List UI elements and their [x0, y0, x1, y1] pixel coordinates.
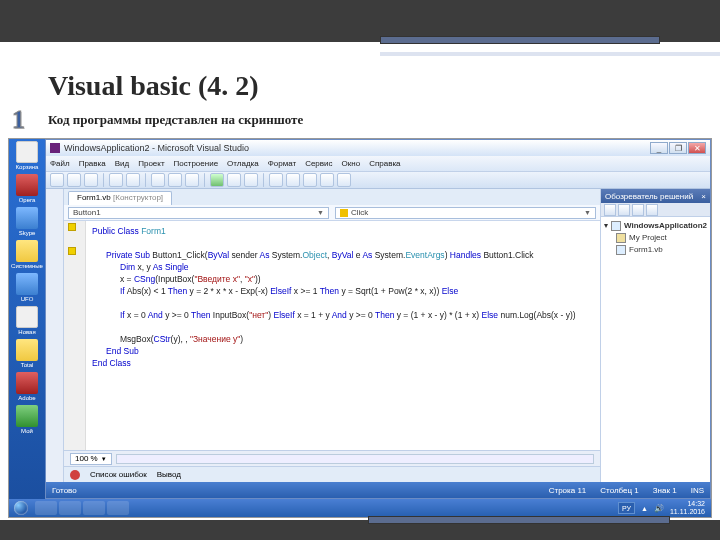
start-button[interactable]: [9, 499, 33, 517]
minimize-button[interactable]: _: [650, 142, 668, 154]
vs-logo-icon: [50, 143, 60, 153]
menu-item[interactable]: Формат: [268, 159, 296, 168]
toolbar-button[interactable]: [109, 173, 123, 187]
tree-node[interactable]: My Project: [604, 232, 707, 244]
close-icon[interactable]: ×: [701, 192, 706, 201]
desktop-icon[interactable]: Системные: [13, 240, 41, 269]
toolbar-button[interactable]: [84, 173, 98, 187]
slide-number: 1: [12, 105, 25, 135]
toolbar-button[interactable]: [126, 173, 140, 187]
error-icon: [70, 470, 80, 480]
solution-tree[interactable]: ▾WindowsApplication2 My Project Form1.vb: [601, 217, 710, 482]
status-line: Строка 11: [549, 486, 587, 495]
tab-errorlist[interactable]: Список ошибок: [90, 470, 147, 479]
close-button[interactable]: ✕: [688, 142, 706, 154]
desktop-icon[interactable]: UFO: [13, 273, 41, 302]
tray-icon[interactable]: ▲: [641, 505, 648, 512]
desktop-icon[interactable]: Total: [13, 339, 41, 368]
maximize-button[interactable]: ❐: [669, 142, 687, 154]
menu-bar: Файл Правка Вид Проект Построение Отладк…: [46, 156, 710, 171]
toolbar-button[interactable]: [320, 173, 334, 187]
windows-taskbar: РУ ▲ 🔊 14:32 11.11.2016: [9, 499, 711, 517]
run-button[interactable]: [210, 173, 224, 187]
menu-item[interactable]: Вид: [115, 159, 129, 168]
menu-item[interactable]: Отладка: [227, 159, 259, 168]
chevron-down-icon: ▼: [101, 456, 107, 462]
menu-item[interactable]: Справка: [369, 159, 400, 168]
menu-item[interactable]: Файл: [50, 159, 70, 168]
toolbar-button[interactable]: [286, 173, 300, 187]
visual-studio-window: WindowsApplication2 - Microsoft Visual S…: [45, 139, 711, 499]
toolbar-button[interactable]: [227, 173, 241, 187]
opera-icon: [16, 174, 38, 196]
slide-subtitle: Код программы представлен на скриншоте: [48, 112, 303, 128]
panel-title[interactable]: Обозреватель решений×: [601, 189, 710, 203]
screenshot-container: Корзина Opera Skype Системные UFO Новая …: [8, 138, 712, 518]
chevron-down-icon: ▼: [317, 209, 324, 216]
expand-icon[interactable]: ▾: [604, 220, 608, 232]
clock[interactable]: 14:32 11.11.2016: [670, 500, 705, 516]
tree-node[interactable]: Form1.vb: [604, 244, 707, 256]
horizontal-scrollbar[interactable]: [116, 454, 594, 464]
collapse-marker-icon[interactable]: [68, 223, 76, 231]
tree-node-root[interactable]: ▾WindowsApplication2: [604, 220, 707, 232]
desktop-icons-column: Корзина Opera Skype Системные UFO Новая …: [9, 139, 45, 499]
menu-item[interactable]: Проект: [138, 159, 164, 168]
method-selector[interactable]: Click▼: [335, 207, 596, 219]
lightning-icon: [340, 209, 348, 217]
tab-output[interactable]: Вывод: [157, 470, 181, 479]
window-titlebar[interactable]: WindowsApplication2 - Microsoft Visual S…: [46, 140, 710, 156]
status-ready: Готово: [52, 486, 77, 495]
toolbar-button[interactable]: [67, 173, 81, 187]
panel-button[interactable]: [646, 204, 658, 216]
panel-button[interactable]: [632, 204, 644, 216]
folder-icon: [16, 306, 38, 328]
desktop-icon[interactable]: Новая: [13, 306, 41, 335]
menu-item[interactable]: Правка: [79, 159, 106, 168]
toolbar-button[interactable]: [50, 173, 64, 187]
totalcmd-icon: [16, 339, 38, 361]
toolbar-button[interactable]: [337, 173, 351, 187]
panel-button[interactable]: [604, 204, 616, 216]
desktop-icon[interactable]: Opera: [13, 174, 41, 203]
taskbar-item[interactable]: [83, 501, 105, 515]
status-ins: INS: [691, 486, 704, 495]
menu-item[interactable]: Окно: [342, 159, 361, 168]
status-bar: Готово Строка 11 Столбец 1 Знак 1 INS: [46, 482, 710, 498]
solution-explorer-panel: Обозреватель решений× ▾WindowsApplicatio…: [600, 189, 710, 482]
zoom-selector[interactable]: 100 % ▼: [70, 453, 112, 465]
toolbar-button[interactable]: [151, 173, 165, 187]
window-title: WindowsApplication2 - Microsoft Visual S…: [64, 143, 249, 153]
toolbar-button[interactable]: [185, 173, 199, 187]
app-icon: [16, 273, 38, 295]
taskbar-item[interactable]: [59, 501, 81, 515]
language-indicator[interactable]: РУ: [618, 502, 635, 514]
menu-item[interactable]: Построение: [174, 159, 219, 168]
panel-button[interactable]: [618, 204, 630, 216]
chevron-down-icon: ▼: [584, 209, 591, 216]
tab-form1[interactable]: Form1.vb [Конструктор]: [68, 191, 172, 205]
recycle-bin-icon: [16, 141, 38, 163]
code-nav-bar: Button1▼ Click▼: [64, 205, 600, 221]
toolbar-button[interactable]: [244, 173, 258, 187]
toolbar-button[interactable]: [269, 173, 283, 187]
document-tabs: Form1.vb [Конструктор]: [64, 189, 600, 205]
collapse-marker-icon[interactable]: [68, 247, 76, 255]
toolbar-button[interactable]: [168, 173, 182, 187]
menu-item[interactable]: Сервис: [305, 159, 332, 168]
taskbar-item[interactable]: [107, 501, 129, 515]
taskbar-item[interactable]: [35, 501, 57, 515]
desktop-icon[interactable]: Мой: [13, 405, 41, 434]
windows-orb-icon: [14, 501, 28, 515]
network-icon[interactable]: 🔊: [654, 504, 664, 513]
desktop-icon[interactable]: Корзина: [13, 141, 41, 170]
editor-footer: 100 % ▼: [64, 450, 600, 466]
desktop-icon[interactable]: Skype: [13, 207, 41, 236]
desktop-icon[interactable]: Adobe: [13, 372, 41, 401]
class-selector[interactable]: Button1▼: [68, 207, 329, 219]
toolbar-button[interactable]: [303, 173, 317, 187]
slide-footer-bar: [0, 520, 720, 540]
toolbox-collapsed[interactable]: [46, 189, 64, 482]
vb-project-icon: [611, 221, 621, 231]
code-editor[interactable]: Public Class Form1 Private Sub Button1_C…: [64, 221, 600, 450]
